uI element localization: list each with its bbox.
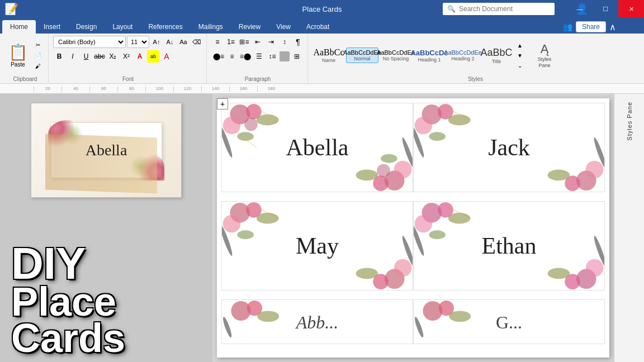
- minimize-button[interactable]: —: [567, 0, 593, 18]
- place-card-may[interactable]: May: [221, 201, 413, 290]
- styles-controls: AaBbCc Name AaBbCcDdEe Normal AaBbCcDdEe…: [312, 36, 560, 75]
- justify-button[interactable]: ☰: [253, 50, 265, 63]
- tab-mailings[interactable]: Mailings: [191, 20, 231, 34]
- paragraph-controls: ≡ 1≡ ⊞≡ ⇤ ⇥ ↕ ¶ ⬤≡ ≡ ≡⬤ ☰ ↕≡ ⊞: [211, 36, 304, 75]
- font-size-select[interactable]: 11: [127, 36, 149, 48]
- styles-group: AaBbCc Name AaBbCcDdEe Normal AaBbCcDdEe…: [309, 34, 642, 83]
- subscript-button[interactable]: X₂: [107, 50, 119, 63]
- place-card-abella[interactable]: Abella: [221, 103, 413, 192]
- strikethrough-button[interactable]: abc: [93, 50, 106, 63]
- gallery-scroll-up[interactable]: ▲: [514, 40, 526, 50]
- window-title: Place Cards: [302, 5, 342, 13]
- clipboard-label: Clipboard: [6, 75, 45, 83]
- style-heading1[interactable]: AaBbCcDc Heading 1: [413, 47, 446, 64]
- superscript-button[interactable]: X²: [120, 50, 132, 63]
- tab-design[interactable]: Design: [68, 20, 105, 34]
- decrease-font-btn[interactable]: A↓: [164, 36, 176, 48]
- ruler-mark-120: 120: [173, 86, 201, 92]
- format-painter-button[interactable]: 🖌: [31, 61, 45, 71]
- font-controls: Calibri (Body) 11 A↑ A↓ Aa ⌫ B I U abc X…: [53, 36, 203, 75]
- share-button[interactable]: Share: [576, 21, 606, 32]
- font-family-select[interactable]: Calibri (Body): [53, 36, 126, 48]
- clipboard-group: 📋 Paste ✂ 📄 🖌 Clipboard: [2, 34, 49, 83]
- maximize-button[interactable]: ☐: [593, 0, 618, 18]
- tab-review[interactable]: Review: [231, 20, 268, 34]
- style-name[interactable]: AaBbCc Name: [312, 46, 345, 65]
- cut-button[interactable]: ✂: [31, 40, 45, 50]
- multilevel-list-button[interactable]: ⊞≡: [238, 36, 250, 48]
- style-no-spacing[interactable]: AaBbCcDdEe No Spacing: [380, 47, 412, 63]
- underline-button[interactable]: U: [80, 50, 92, 63]
- clipboard-controls: 📋 Paste ✂ 📄 🖌: [6, 36, 45, 75]
- increase-indent-button[interactable]: ⇥: [265, 36, 277, 48]
- app-icon: 📝: [4, 2, 18, 16]
- highlight-button[interactable]: ab: [147, 50, 159, 63]
- window-controls[interactable]: — ☐ ✕: [567, 0, 644, 18]
- styles-pane-sidebar-label: Styles Pane: [626, 102, 633, 141]
- main-content: Abella DIY Place Cards +: [0, 94, 644, 362]
- paragraph-row-2: ⬤≡ ≡ ≡⬤ ☰ ↕≡ ⊞: [212, 50, 303, 63]
- tab-view[interactable]: View: [268, 20, 299, 34]
- ruler-mark-140: 140: [201, 86, 229, 92]
- paste-button[interactable]: 📋 Paste: [6, 40, 30, 70]
- paragraph-row-1: ≡ 1≡ ⊞≡ ⇤ ⇥ ↕ ¶: [211, 36, 304, 48]
- place-card-ethan[interactable]: Ethan: [413, 201, 605, 290]
- bullets-button[interactable]: ≡: [211, 36, 224, 48]
- tab-home[interactable]: Home: [2, 20, 36, 34]
- font-color-btn2[interactable]: A: [160, 50, 173, 63]
- tab-insert[interactable]: Insert: [36, 20, 68, 34]
- place-card-6[interactable]: G...: [413, 299, 605, 344]
- style-normal-preview: AaBbCcDdEe: [343, 49, 381, 56]
- bold-button[interactable]: B: [53, 50, 65, 63]
- document-page: Abella: [217, 98, 609, 358]
- place-card-jack[interactable]: Jack: [413, 103, 605, 192]
- card-name-may: May: [222, 202, 413, 290]
- numbering-button[interactable]: 1≡: [225, 36, 237, 48]
- tab-layout[interactable]: Layout: [105, 20, 140, 34]
- line-spacing-button[interactable]: ↕≡: [266, 50, 278, 63]
- thumbnail-name: Abella: [86, 141, 127, 159]
- increase-font-btn[interactable]: A↑: [150, 36, 163, 48]
- gallery-scroll-controls: ▲ ▼ ⌄: [514, 40, 526, 70]
- copy-button[interactable]: 📄: [31, 50, 45, 60]
- search-icon: 🔍: [447, 5, 456, 13]
- ribbon-tabs: Home Insert Design Layout References Mai…: [0, 18, 644, 34]
- search-box[interactable]: 🔍: [443, 3, 555, 15]
- styles-pane-label: Styles Pane: [532, 56, 557, 69]
- styles-pane-button[interactable]: Ą Styles Pane: [529, 39, 560, 72]
- font-color-button[interactable]: A: [134, 50, 146, 63]
- align-left-button[interactable]: ⬤≡: [212, 50, 225, 63]
- style-normal[interactable]: AaBbCcDdEe Normal: [346, 47, 378, 63]
- italic-button[interactable]: I: [67, 50, 79, 63]
- decrease-indent-button[interactable]: ⇤: [252, 36, 264, 48]
- clear-format-btn[interactable]: ⌫: [191, 36, 203, 48]
- add-content-button[interactable]: +: [217, 98, 228, 109]
- ruler-mark-20: 20: [34, 86, 61, 92]
- sort-button[interactable]: ↕: [278, 36, 291, 48]
- close-button[interactable]: ✕: [618, 0, 644, 18]
- change-case-btn[interactable]: Aa: [177, 36, 190, 48]
- ruler-mark-100: 100: [145, 86, 173, 92]
- overlay-place-cards-text: Place Cards: [11, 284, 201, 356]
- style-no-spacing-preview: AaBbCcDdEe: [377, 49, 415, 56]
- shading-button[interactable]: [280, 51, 290, 61]
- tab-acrobat[interactable]: Acrobat: [299, 20, 337, 34]
- gallery-more[interactable]: ⌄: [514, 60, 526, 70]
- place-card-5[interactable]: Abb...: [221, 299, 413, 344]
- tab-references[interactable]: References: [140, 20, 190, 34]
- font-group: Calibri (Body) 11 A↑ A↓ Aa ⌫ B I U abc X…: [50, 34, 207, 83]
- style-title[interactable]: AaBbC Title: [480, 45, 513, 66]
- align-right-button[interactable]: ≡⬤: [239, 50, 252, 63]
- align-center-button[interactable]: ≡: [226, 50, 238, 63]
- search-input[interactable]: [459, 5, 537, 13]
- ruler-mark-180: 180: [257, 86, 285, 92]
- style-heading2[interactable]: AaBbCcDdEe Heading 2: [447, 47, 479, 63]
- document-area[interactable]: +: [212, 94, 614, 362]
- paste-icon: 📋: [8, 43, 28, 61]
- gallery-scroll-down[interactable]: ▼: [514, 50, 526, 60]
- borders-button[interactable]: ⊞: [291, 50, 303, 63]
- show-marks-button[interactable]: ¶: [292, 36, 304, 48]
- style-heading2-preview: AaBbCcDdEe: [444, 49, 482, 56]
- ribbon-collapse-icon[interactable]: ∧: [609, 22, 616, 32]
- style-title-preview: AaBbC: [480, 47, 512, 59]
